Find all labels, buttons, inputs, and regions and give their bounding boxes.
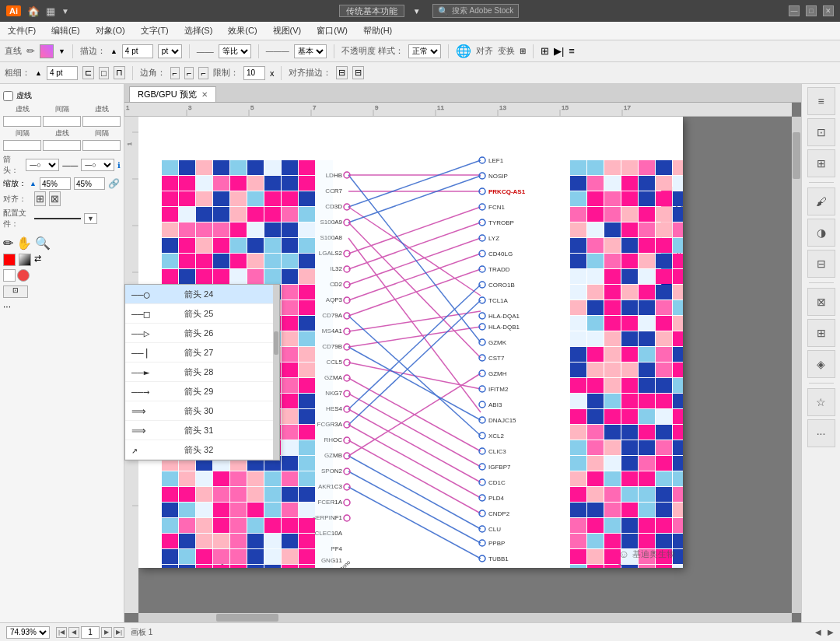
panel-gradient[interactable]: ◑ — [807, 219, 835, 247]
cap-icon3[interactable]: ⊓ — [114, 66, 125, 79]
gap-input1[interactable] — [43, 116, 81, 127]
corner-icon3[interactable]: ⌐ — [198, 67, 208, 79]
dropdown-icon[interactable]: ▼ — [61, 7, 69, 16]
limit-input[interactable] — [243, 66, 265, 80]
arrow-popup-item-27[interactable]: ——| 箭头 27 — [125, 343, 279, 363]
canvas-tab-close[interactable]: ✕ — [201, 90, 208, 99]
profile-dropdown[interactable]: ▼ — [84, 213, 97, 224]
arrow-popup-item-31[interactable]: ⟹ 箭头 31 — [125, 421, 279, 440]
home-icon[interactable]: 🏠 — [27, 5, 40, 17]
zoom-tool[interactable]: 🔍 — [35, 236, 51, 250]
close-button[interactable]: ✕ — [823, 5, 834, 16]
align-icon1[interactable]: ⊞ — [34, 191, 46, 206]
misc-icon[interactable]: ▶| — [554, 45, 564, 57]
link-icon[interactable]: 🔗 — [108, 178, 120, 189]
arrow-popup-item-28[interactable]: ——► 箭头 28 — [125, 363, 279, 382]
opacity-select[interactable]: 正常 — [408, 44, 441, 58]
panel-appearance[interactable]: ◈ — [807, 350, 835, 378]
scrollbar-v-thumb[interactable] — [793, 132, 800, 179]
up-arrow-small[interactable]: ▲ — [110, 47, 117, 55]
hand-tool[interactable]: ✋ — [16, 236, 32, 250]
transform-icon[interactable]: ⊞ — [520, 47, 526, 55]
scroll-arrow-right[interactable]: ▶ — [828, 628, 834, 636]
base-select[interactable]: 基本 — [294, 44, 327, 58]
popup-scrollbar[interactable] — [273, 285, 279, 460]
panel-symbols[interactable]: ☆ — [807, 388, 835, 416]
up-arrow2[interactable]: ▲ — [35, 69, 42, 77]
arrow-start-select[interactable]: —○→ — [26, 159, 59, 171]
swap-colors[interactable]: ⇄ — [34, 254, 41, 266]
dropdown-arrow[interactable]: ▼ — [58, 47, 65, 55]
color-tool[interactable] — [3, 254, 16, 266]
arrow-popup-item-30[interactable]: ⟹ 箭头 30 — [125, 401, 279, 421]
search-placeholder[interactable]: 搜索 Adobe Stock — [452, 5, 513, 16]
arrow-popup-scroll[interactable]: ——○ 箭头 24 ——□ 箭头 25 ——▷ 箭头 26 ——| 箭头 27 … — [125, 285, 279, 460]
arrow-popup-item-25[interactable]: ——□ 箭头 25 — [125, 304, 279, 324]
arrow-popup-item-29[interactable]: ——→ 箭头 29 — [125, 382, 279, 401]
arrow-info-icon[interactable]: ℹ — [117, 161, 121, 170]
cap-icon2[interactable]: □ — [99, 67, 109, 79]
panel-transform[interactable]: ⊞ — [807, 319, 835, 347]
panel-properties[interactable]: ⊡ — [807, 118, 835, 146]
corner-icon1[interactable]: ⌐ — [170, 67, 180, 79]
scrollbar-vertical[interactable] — [792, 117, 801, 613]
popup-scrollbar-thumb[interactable] — [274, 331, 278, 355]
artboard-tool[interactable]: ⊡ — [3, 285, 28, 298]
maximize-button[interactable]: □ — [806, 5, 817, 16]
up-icon-scale[interactable]: ▲ — [30, 180, 37, 187]
stroke-input2[interactable] — [47, 66, 78, 80]
zoom-select[interactable]: 74.93% 50%100% — [6, 626, 50, 639]
arrow-end-select[interactable]: —○→ — [81, 159, 114, 171]
menu-lines-icon[interactable]: ≡ — [569, 45, 575, 57]
gap-input2[interactable] — [3, 140, 41, 151]
pencil-icon[interactable]: ✏ — [26, 45, 35, 57]
color-swatch[interactable] — [40, 44, 54, 58]
circle-fill[interactable] — [17, 269, 30, 282]
align-stroke-icon2[interactable]: ⊟ — [352, 66, 364, 79]
more-tools[interactable]: ··· — [3, 301, 11, 312]
pt-select[interactable]: pt — [158, 44, 182, 58]
align-icon2[interactable]: ⊠ — [49, 191, 61, 206]
minimize-button[interactable]: — — [789, 5, 800, 16]
page-next[interactable]: ▶ — [101, 627, 112, 638]
scrollbar-horizontal[interactable] — [138, 613, 792, 622]
canvas-tab[interactable]: RGB/GPU 预览 ✕ — [129, 86, 216, 102]
scale-input2[interactable] — [74, 177, 105, 190]
grid-icon[interactable]: ⊞ — [541, 45, 549, 57]
scrollbar-h-thumb[interactable] — [216, 614, 278, 622]
menu-item-E[interactable]: 编辑(E) — [48, 23, 83, 38]
border-input[interactable] — [122, 44, 153, 58]
menu-item-V[interactable]: 视图(V) — [270, 23, 305, 38]
page-input[interactable] — [81, 626, 100, 639]
arrow-popup-item-32[interactable]: ↗ 箭头 32 — [125, 440, 279, 460]
page-prev[interactable]: ◀ — [68, 627, 79, 638]
page-last[interactable]: ▶| — [114, 627, 124, 638]
scale-input1[interactable] — [40, 177, 71, 190]
align-stroke-icon1[interactable]: ⊟ — [336, 66, 348, 79]
arrow-popup-item-26[interactable]: ——▷ 箭头 26 — [125, 324, 279, 343]
gap-input3[interactable] — [82, 140, 121, 151]
corner-icon2[interactable]: ⌐ — [184, 67, 194, 79]
mode-dropdown[interactable]: 传统基本功能 — [339, 5, 404, 17]
square-fill[interactable] — [3, 269, 16, 282]
dash-input3[interactable] — [43, 140, 81, 151]
panel-library[interactable]: ⊞ — [807, 149, 835, 177]
panel-arrange[interactable]: ⊟ — [807, 250, 835, 278]
menu-item-F[interactable]: 文件(F) — [5, 23, 39, 38]
arrange-icon[interactable]: ▦ — [46, 5, 55, 17]
menu-item-T[interactable]: 文字(T) — [138, 23, 172, 38]
menu-item-C[interactable]: 效果(C) — [225, 23, 260, 38]
arrow-popup-item-24[interactable]: ——○ 箭头 24 — [125, 285, 279, 304]
menu-item-S[interactable]: 选择(S) — [181, 23, 216, 38]
pen-tool[interactable]: ✏ — [3, 236, 13, 250]
menu-item-O[interactable]: 对象(O) — [93, 23, 128, 38]
scroll-arrow-left[interactable]: ◀ — [815, 628, 821, 636]
menu-item-H[interactable]: 帮助(H) — [360, 23, 395, 38]
panel-layers[interactable]: ≡ — [807, 87, 835, 115]
page-first[interactable]: |◀ — [56, 627, 67, 638]
panel-brush[interactable]: 🖌 — [807, 187, 835, 215]
panel-misc[interactable]: ··· — [807, 419, 835, 447]
line-type-select[interactable]: 等比均匀 — [219, 44, 251, 58]
globe-icon[interactable]: 🌐 — [456, 44, 471, 58]
menu-item-W[interactable]: 窗口(W) — [313, 23, 351, 38]
